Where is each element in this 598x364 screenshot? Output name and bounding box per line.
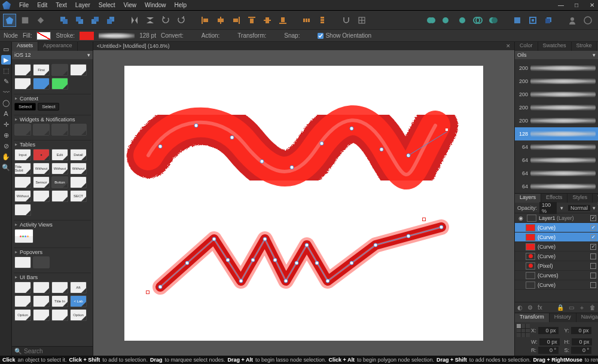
fx-button[interactable]: fx <box>538 304 542 311</box>
maximize-button[interactable]: □ <box>573 2 580 9</box>
navigator-tab[interactable]: Navigator <box>576 313 598 322</box>
assets-tab[interactable]: Assets <box>12 42 38 51</box>
layer-checkbox[interactable] <box>590 244 596 250</box>
asset-item[interactable]: Without <box>33 163 50 175</box>
asset-item[interactable] <box>33 282 50 293</box>
layer-checkbox[interactable] <box>590 273 596 279</box>
visibility-icon[interactable]: ◉ <box>517 215 524 221</box>
arrange-btn-3[interactable] <box>89 14 102 27</box>
section-uibars[interactable]: UI Bars <box>14 273 91 281</box>
asset-item[interactable]: Without <box>51 163 68 175</box>
asset-item[interactable]: Input <box>14 149 31 161</box>
flip-v-button[interactable] <box>144 14 157 27</box>
rotate-cw-button[interactable] <box>175 14 188 27</box>
asset-item[interactable] <box>33 256 50 268</box>
persona-pixel[interactable] <box>19 14 31 26</box>
section-popovers[interactable]: Popovers <box>14 247 91 256</box>
opacity-value[interactable]: 100 % <box>539 202 557 214</box>
brush-preset[interactable]: 200 <box>515 101 598 114</box>
show-orientation-check[interactable]: Show Orientation <box>318 32 371 39</box>
brush-preset[interactable]: 64 <box>515 154 598 167</box>
stroke-swatch[interactable] <box>80 32 94 40</box>
close-window-button[interactable]: ✕ <box>588 2 596 9</box>
minimize-button[interactable]: — <box>557 2 565 9</box>
asset-item[interactable] <box>33 295 50 307</box>
selection-handle[interactable] <box>445 128 448 131</box>
asset-item[interactable] <box>14 229 33 243</box>
menu-text[interactable]: Text <box>56 2 66 8</box>
help-button[interactable] <box>581 14 594 27</box>
anchor-widget[interactable] <box>517 324 530 337</box>
layer-checkbox[interactable] <box>590 263 596 269</box>
text-tool[interactable]: A <box>1 109 11 118</box>
menu-select[interactable]: Select <box>99 2 115 8</box>
geom-add-button[interactable] <box>425 14 438 27</box>
brush-preset[interactable]: 128 <box>515 127 598 140</box>
textstyles-tab[interactable]: Text Styles <box>593 194 598 203</box>
asset-item[interactable] <box>70 64 87 76</box>
align-top-button[interactable] <box>245 14 258 27</box>
brush-preset[interactable]: 200 <box>515 62 598 75</box>
layer-checkbox[interactable] <box>590 234 596 240</box>
asset-item[interactable]: Aft <box>70 282 87 293</box>
zoom-tool[interactable]: 🔍 <box>1 163 11 172</box>
context-select-btn[interactable]: Select <box>38 103 59 111</box>
transform-w[interactable]: 0 px <box>539 338 560 345</box>
brush-preset[interactable]: 200 <box>515 114 598 127</box>
adjust-button[interactable]: ⚙ <box>527 304 533 311</box>
brush-preset[interactable]: 200 <box>515 75 598 88</box>
asset-item[interactable]: Button <box>51 176 68 188</box>
asset-item[interactable] <box>51 309 68 321</box>
crop-tool[interactable]: ✛ <box>1 120 11 129</box>
layer-row[interactable]: (Curve) <box>515 233 598 242</box>
asset-item[interactable] <box>33 78 50 90</box>
layer-checkbox[interactable] <box>590 253 596 259</box>
move-tool[interactable]: ▭ <box>1 44 11 54</box>
layer-row[interactable]: (Curve) <box>515 242 598 252</box>
appearance-tab[interactable]: Appearance <box>38 42 78 51</box>
menu-file[interactable]: File <box>19 2 29 8</box>
asset-item[interactable]: Without <box>14 190 31 202</box>
layer-checkbox[interactable] <box>590 215 596 221</box>
geom-div-button[interactable] <box>487 14 500 27</box>
pencil-tool[interactable]: 〰 <box>1 87 11 97</box>
asset-item[interactable]: Option <box>14 309 31 321</box>
transform-r[interactable]: 0 ° <box>538 347 559 354</box>
flip-h-button[interactable] <box>128 14 141 27</box>
lock-button[interactable]: 🔒 <box>557 304 564 311</box>
asset-item[interactable]: First <box>33 64 50 76</box>
context-select-btn[interactable]: Select <box>14 103 36 111</box>
section-tables[interactable]: Tables <box>14 140 91 148</box>
close-document-icon[interactable]: ✕ <box>506 43 511 49</box>
canvas-viewport[interactable] <box>93 50 514 356</box>
menu-view[interactable]: View <box>124 2 137 8</box>
asset-item[interactable] <box>14 78 31 90</box>
section-context[interactable]: Context <box>14 94 91 102</box>
brush-category-dropdown[interactable]: Oils▾ <box>515 51 598 59</box>
asset-item[interactable]: Sensor <box>33 176 50 188</box>
layer-checkbox[interactable] <box>590 282 596 288</box>
rotate-ccw-button[interactable] <box>159 14 172 27</box>
view-hand-tool[interactable]: ✋ <box>1 152 11 161</box>
snap-options[interactable] <box>355 14 368 27</box>
geom-xor-button[interactable] <box>471 14 484 27</box>
transform-y[interactable]: 0 px <box>571 327 591 334</box>
asset-item[interactable] <box>51 190 68 202</box>
styles-tab[interactable]: Styles <box>568 194 593 203</box>
asset-item[interactable] <box>14 64 31 76</box>
layer-row[interactable]: (Curve) <box>515 223 598 233</box>
delete-layer-button[interactable]: 🗑 <box>590 304 596 311</box>
fill-swatch[interactable] <box>36 32 51 40</box>
arrange-btn-4[interactable] <box>104 14 117 27</box>
asset-item[interactable]: Edit <box>51 149 68 161</box>
history-tab[interactable]: History <box>550 313 576 322</box>
section-activity[interactable]: Activity Views <box>14 220 91 228</box>
swatches-tab[interactable]: Swatches <box>538 42 572 51</box>
align-left-button[interactable] <box>199 14 212 27</box>
selection-handle[interactable] <box>422 218 426 221</box>
snap-toggle[interactable] <box>340 14 353 27</box>
asset-item[interactable] <box>14 256 31 268</box>
layer-row[interactable]: (Curve) <box>515 252 598 261</box>
fill-tool[interactable]: ⊕ <box>1 130 11 140</box>
align-center-h-button[interactable] <box>214 14 227 27</box>
